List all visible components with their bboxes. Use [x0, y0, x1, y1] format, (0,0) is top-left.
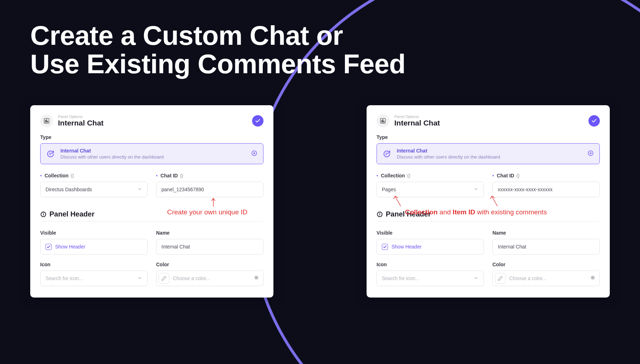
svg-point-14	[256, 278, 256, 279]
svg-rect-2	[46, 119, 47, 122]
panel-eyebrow: Panel Options	[58, 114, 103, 119]
annotation-right: Collection and Item ID with existing com…	[405, 208, 547, 216]
color-placeholder: Choose a color...	[173, 275, 250, 281]
visible-label: Visible	[377, 230, 484, 236]
panel-left: Panel Options Internal Chat Type Interna…	[30, 105, 273, 298]
icon-select[interactable]: Search for icon...	[377, 271, 484, 286]
color-label: Color	[156, 262, 263, 267]
name-label: Name	[492, 230, 600, 236]
chatid-label: •Chat ID{}	[492, 173, 600, 178]
svg-rect-19	[384, 121, 384, 122]
icon-label: Icon	[40, 262, 148, 267]
type-clear-button[interactable]	[251, 150, 257, 158]
name-label: Name	[156, 230, 263, 236]
annotation-left: Create your own unique ID	[167, 208, 247, 216]
color-input[interactable]: Choose a color...	[156, 271, 263, 286]
checkbox-icon	[382, 244, 388, 250]
type-card-desc: Discuss with other users directly on the…	[60, 154, 245, 160]
visible-label: Visible	[40, 230, 148, 236]
chat-icon	[383, 150, 391, 158]
chat-icon	[46, 150, 55, 158]
svg-rect-17	[382, 121, 382, 122]
panel-type-icon	[377, 114, 389, 127]
confirm-button[interactable]	[588, 115, 600, 127]
collection-label: •Collection{}	[377, 173, 484, 178]
annotation-arrow	[392, 195, 403, 209]
type-card-title: Internal Chat	[397, 148, 582, 154]
info-icon	[377, 211, 383, 218]
panel-right: Panel Options Internal Chat Type Interna…	[367, 105, 610, 298]
svg-point-27	[380, 213, 380, 213]
eyedropper-icon[interactable]	[590, 274, 596, 282]
collection-value: Pages	[382, 187, 396, 192]
icon-label: Icon	[377, 262, 484, 267]
type-label: Type	[377, 134, 600, 140]
color-swatch-icon	[159, 273, 169, 284]
show-header-checkbox[interactable]: Show Header	[40, 239, 148, 255]
chatid-input[interactable]: xxxxxx-xxxx-xxxx-xxxxxx	[492, 182, 600, 197]
type-card[interactable]: Internal Chat Discuss with other users d…	[377, 143, 600, 164]
type-label: Type	[40, 134, 263, 140]
svg-point-28	[591, 276, 594, 279]
svg-point-32	[593, 278, 594, 279]
chatid-input[interactable]: panel_1234567890	[156, 182, 263, 197]
heading-line-2: Use Existing Comments Feed	[30, 50, 406, 78]
svg-point-31	[592, 278, 593, 279]
name-input[interactable]: Internal Chat	[156, 239, 263, 255]
collection-value: Directus Dashboards	[46, 187, 92, 192]
page-heading: Create a Custom Chat or Use Existing Com…	[30, 21, 406, 78]
svg-point-11	[255, 276, 258, 279]
svg-rect-1	[45, 121, 46, 122]
confirm-button[interactable]	[252, 115, 263, 127]
heading-line-1: Create a Custom Chat or	[30, 21, 406, 50]
panel-title: Internal Chat	[58, 119, 103, 127]
icon-placeholder: Search for icon...	[46, 275, 83, 281]
chatid-label: •Chat ID{}	[156, 173, 263, 178]
panel-title: Internal Chat	[394, 119, 440, 127]
show-header-label: Show Header	[391, 244, 422, 250]
chevron-down-icon	[137, 187, 142, 193]
color-input[interactable]: Choose a color...	[492, 271, 600, 286]
checkbox-icon	[46, 244, 52, 250]
type-card-desc: Discuss with other users directly on the…	[397, 154, 582, 160]
annotation-arrow	[489, 195, 500, 209]
chevron-down-icon	[474, 275, 479, 282]
chatid-value: panel_1234567890	[161, 187, 204, 192]
panel-type-icon	[40, 114, 53, 127]
collection-label: •Collection{}	[40, 173, 148, 178]
svg-line-23	[395, 196, 401, 206]
type-card[interactable]: Internal Chat Discuss with other users d…	[40, 143, 263, 164]
color-placeholder: Choose a color...	[509, 275, 586, 281]
icon-placeholder: Search for icon...	[382, 275, 420, 281]
color-label: Color	[492, 262, 600, 267]
type-card-title: Internal Chat	[60, 148, 245, 154]
annotation-arrow	[210, 197, 217, 209]
chevron-down-icon	[137, 275, 142, 282]
svg-point-10	[43, 213, 44, 213]
panel-eyebrow: Panel Options	[394, 114, 440, 119]
svg-rect-18	[383, 119, 383, 122]
svg-point-29	[592, 277, 593, 278]
color-swatch-icon	[495, 273, 506, 284]
info-icon	[40, 211, 47, 218]
svg-point-13	[257, 277, 257, 278]
show-header-checkbox[interactable]: Show Header	[377, 239, 484, 255]
svg-point-12	[256, 277, 256, 278]
type-clear-button[interactable]	[587, 150, 594, 158]
collection-select[interactable]: Directus Dashboards	[40, 182, 148, 197]
icon-select[interactable]: Search for icon...	[40, 271, 148, 286]
svg-line-24	[492, 196, 497, 206]
name-value: Internal Chat	[498, 244, 526, 250]
svg-point-30	[593, 277, 594, 278]
name-input[interactable]: Internal Chat	[492, 239, 600, 255]
name-value: Internal Chat	[161, 244, 190, 250]
chatid-value: xxxxxx-xxxx-xxxx-xxxxxx	[498, 187, 553, 192]
svg-rect-3	[47, 121, 48, 122]
chevron-down-icon	[474, 187, 479, 193]
svg-point-15	[257, 278, 257, 279]
eyedropper-icon[interactable]	[253, 274, 260, 282]
show-header-label: Show Header	[55, 244, 85, 250]
